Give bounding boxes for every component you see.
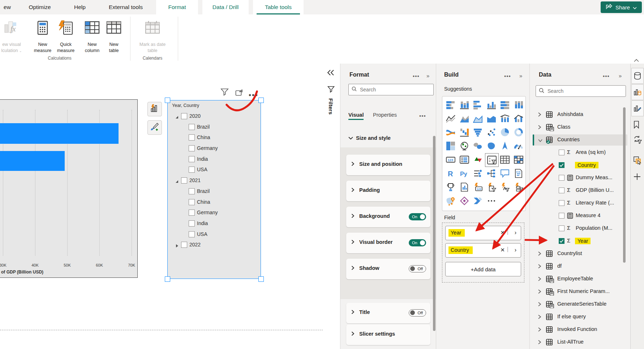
collapse-icon[interactable] [175,114,179,121]
on-object-format-button[interactable] [147,120,162,135]
tab-visual[interactable]: Visual [348,112,364,118]
expand-pane-icon[interactable] [327,69,334,77]
slicer-item-usa[interactable]: USA [168,165,261,176]
expand-icon[interactable] [538,340,541,346]
visual-type-funnel-icon[interactable] [471,126,484,139]
visual-type-arcgis-map-icon[interactable] [444,194,457,207]
data-table-generateseriestable[interactable]: GenerateSeriesTable [530,298,630,311]
checkbox[interactable] [181,177,187,184]
visual-type-filled-map-icon[interactable] [471,139,484,152]
chart-bar[interactable] [0,151,65,171]
checkbox[interactable] [189,167,195,173]
visual-type-smart-narrative-icon[interactable] [512,167,525,180]
data-field-measure-4[interactable]: Measure 4 [530,210,630,222]
visual-type-text-slicer-icon[interactable]: A [498,181,511,194]
collapse-pane-icon[interactable]: » [619,73,622,79]
checkbox[interactable] [559,238,564,244]
on-object-add-visual-button[interactable] [147,102,162,116]
ribbon-button-new-measure[interactable]: Newmeasure [33,17,53,58]
slicer-item-brazil[interactable]: Brazil [168,122,261,133]
visual-type-paginated-report-icon[interactable] [458,181,471,194]
data-table-employeetable[interactable]: EmployeeTable [530,273,630,285]
field-pill-year[interactable]: Year [448,229,465,237]
selection-handle-top-left[interactable] [165,98,170,103]
slicer-item-india[interactable]: India [168,154,261,165]
search-input[interactable] [547,88,623,94]
field-well-year[interactable]: Year ✕ | › [445,226,521,240]
visual-type-line-icon[interactable] [444,112,457,125]
field-options-chevron-icon[interactable]: › [515,247,516,253]
expand-icon[interactable] [538,276,541,283]
section-size-and-style[interactable]: Size and style [348,135,391,141]
slicer-item-germany[interactable]: Germany [168,143,261,154]
collapse-pane-icon[interactable]: » [519,73,522,79]
expand-icon[interactable] [538,125,541,131]
visual-type-qa-icon[interactable] [498,167,511,180]
visual-type-button-slicer-icon[interactable] [512,181,525,194]
collapse-icon[interactable] [175,178,179,185]
visual-type-ribbon-icon[interactable] [444,126,457,139]
visual-type-clustered-bar-icon[interactable] [471,98,484,111]
checkbox[interactable] [189,134,195,141]
format-card-visual-border[interactable]: Visual borderOn [346,233,430,253]
format-card-background[interactable]: BackgroundOn [346,207,430,227]
more-options-icon[interactable]: ••• [413,73,420,79]
checkbox[interactable] [189,124,195,130]
toggle-on[interactable]: On [409,213,426,220]
field-pill-country[interactable]: Country [448,246,473,254]
checkbox[interactable] [559,225,564,231]
tab-properties[interactable]: Properties [373,112,397,118]
checkbox[interactable] [559,213,564,219]
share-button[interactable]: Share [601,1,642,13]
checkbox[interactable] [559,200,564,206]
menu-item-optimize[interactable]: Optimize [22,0,57,14]
toggle-off[interactable]: Off [409,309,426,316]
visual-type-multi-row-card-icon[interactable] [458,153,471,166]
data-table-list-alltrue[interactable]: List-AllTrue [530,336,630,349]
menu-item-table-tools[interactable]: Table tools [253,0,304,14]
menu-item-data-drill[interactable]: Data / Drill [202,0,249,14]
data-table-ashishdata[interactable]: Ashishdata [530,108,630,121]
collapse-pane-icon[interactable]: » [426,73,429,79]
ribbon-button-new-column[interactable]: Newcolumn [82,17,103,58]
rail-sync-slicer-icon[interactable] [633,135,642,145]
filter-icon[interactable] [220,88,229,98]
remove-field-icon[interactable]: ✕ [500,229,505,236]
visual-type-pct-bar-icon[interactable] [498,98,511,111]
visual-type-table-icon[interactable] [498,153,511,166]
data-field-year[interactable]: ΣYear [530,235,630,247]
toggle-off[interactable]: Off [409,265,426,272]
visual-type-pct-column-icon[interactable] [512,98,525,111]
visual-type-stacked-bar-icon[interactable] [444,98,457,111]
slicer-item-2022[interactable]: 2022 [168,240,261,251]
visual-type-scatter-icon[interactable] [485,126,498,139]
expand-icon[interactable] [538,314,541,321]
slicer-item-brazil[interactable]: Brazil [168,186,261,197]
field-well-country[interactable]: Country ✕ | › [445,243,521,258]
data-table-class[interactable]: Class [530,121,630,134]
visual-type-power-apps-icon[interactable] [458,194,471,207]
slicer-item-usa[interactable]: USA [168,229,261,240]
menu-item-format[interactable]: Format [156,0,198,14]
slicer-item-india[interactable]: India [168,219,261,229]
remove-field-icon[interactable]: ✕ [500,247,505,253]
visual-type-stacked-area-icon[interactable] [471,112,484,125]
slicer-item-germany[interactable]: Germany [168,208,261,219]
visual-type-donut-icon[interactable] [512,126,525,139]
expand-icon[interactable] [538,264,541,270]
slicer-visual[interactable]: Year, Country 2020 Brazil China Germany … [167,100,261,279]
format-card-slicer-settings[interactable]: Slicer settings [346,324,430,345]
collapse-ribbon-button[interactable] [634,57,639,64]
rail-data-view-icon[interactable] [631,68,644,84]
expand-icon[interactable] [175,243,179,249]
data-field-area-sq-km-[interactable]: ΣArea (sq km) [530,146,630,159]
rail-selection-icon[interactable] [633,156,642,166]
data-table-countrylist[interactable]: Countrylist [530,247,630,260]
checkbox[interactable] [559,150,564,155]
data-scrollbar[interactable] [623,107,626,263]
visual-type-area-icon[interactable] [458,112,471,125]
visual-type-metrics-icon[interactable] [444,181,457,194]
visual-type-map-icon[interactable] [458,139,471,152]
checkbox[interactable] [559,175,564,181]
format-search[interactable] [348,84,434,95]
